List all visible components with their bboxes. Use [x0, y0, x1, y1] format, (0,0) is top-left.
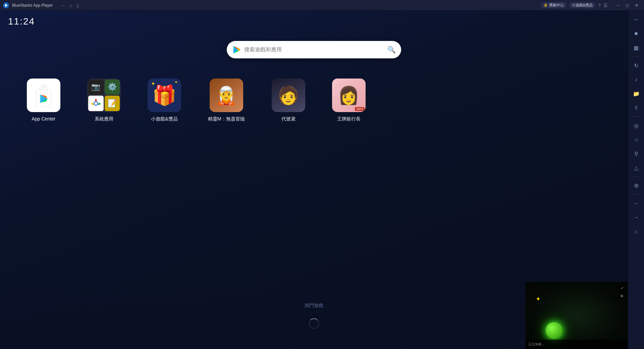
sidebar-sep-3 — [632, 177, 640, 177]
sparkle-1: ✦ — [151, 81, 155, 87]
restore-button[interactable]: ◻ — [623, 2, 632, 9]
banker-emoji: 👩 — [338, 85, 360, 106]
sidebar-search-icon[interactable]: ⚲ — [630, 148, 642, 160]
sidebar-volume-icon[interactable]: ♪ — [630, 73, 642, 86]
bottom-gradient — [0, 282, 526, 349]
loading-spinner — [309, 318, 319, 329]
sidebar-gamepad-icon[interactable]: △ — [630, 162, 642, 174]
sidebar-forward-icon[interactable]: → — [630, 211, 642, 223]
app-item-spirit[interactable]: 🧝 精靈M：無盡冒險 — [208, 79, 245, 122]
minimize-button[interactable]: – — [613, 2, 623, 9]
camera-cell: 📷 — [88, 80, 104, 95]
codename-label: 代號鳶 — [281, 116, 296, 122]
sidebar-resize-icon[interactable]: ↔ — [630, 13, 642, 26]
search-input[interactable] — [244, 47, 384, 53]
spirit-icon: 🧝 — [210, 79, 243, 112]
sidebar-folder-icon[interactable]: 📁 — [630, 88, 642, 100]
mini-preview-controls: ⤢ ⚙ — [619, 285, 625, 299]
sidebar-home-icon[interactable]: ■ — [630, 28, 642, 40]
sidebar-settings-icon[interactable]: ⚙ — [630, 180, 642, 192]
app-center-label: App Center — [32, 116, 56, 121]
sparkle-2: ✦ — [174, 80, 178, 85]
crown-icon: ♛ — [544, 3, 548, 8]
app-center-icon — [27, 79, 60, 112]
search-submit-icon[interactable]: 🔍 — [387, 46, 396, 54]
sidebar-upload-icon[interactable]: ⇧ — [630, 102, 642, 114]
sidebar-camera-icon[interactable]: ◎ — [630, 119, 642, 132]
mini-expand-button[interactable]: ⤢ — [619, 285, 625, 291]
codename-emoji: 🧑 — [277, 85, 299, 106]
app-item-mini-games[interactable]: 🎁 ✦ ✦ 小遊戲&獎品 — [148, 79, 181, 122]
chrome-cell — [88, 96, 104, 111]
main-layout: 11:24 — [0, 11, 644, 349]
app-item-app-center[interactable]: App Center — [27, 79, 60, 121]
mini-games-icon: 🎁 ✦ ✦ — [148, 79, 181, 112]
reward-center-badge[interactable]: ♛ 獎勵中心 — [541, 2, 567, 8]
banker-label: 王牌銀行長 — [337, 116, 361, 122]
sidebar-layers-icon[interactable]: ▦ — [630, 42, 642, 54]
sidebar-sep-1 — [632, 56, 640, 57]
sidebar-android-home-icon[interactable]: ⌂ — [630, 226, 642, 238]
title-bar-nav: ← ⌂ ▯ — [61, 3, 79, 8]
reward-center-label: 獎勵中心 — [549, 3, 564, 8]
home-button[interactable]: ⌂ — [69, 3, 72, 8]
system-apps-icon: 📷 ⚙️ 📝 — [87, 79, 121, 112]
back-button[interactable]: ← — [61, 3, 65, 8]
system-apps-label: 系統應用 — [95, 116, 113, 122]
mini-bottom-text: 正在加載... — [528, 342, 544, 347]
search-area: 🔍 — [0, 41, 628, 58]
bluestacks-logo — [3, 2, 9, 9]
banker-icon: 👩 GIFT — [332, 79, 366, 112]
app-item-system[interactable]: 📷 ⚙️ 📝 — [87, 79, 121, 122]
window-controls: – ◻ ✕ — [613, 2, 641, 9]
right-sidebar: ↔ ■ ▦ ↻ ♪ 📁 ⇧ ◎ ☆ ⚲ △ ⚙ ← → ⌂ — [628, 11, 644, 349]
content-area: 11:24 — [0, 11, 628, 349]
sidebar-refresh-icon[interactable]: ↻ — [630, 59, 642, 71]
title-bar-right: ♛ 獎勵中心 小遊戲&獎品 ? ☰ – ◻ ✕ — [541, 2, 641, 9]
mini-star: ✦ — [536, 295, 541, 303]
help-icon[interactable]: ? — [598, 3, 601, 8]
svg-point-10 — [95, 102, 97, 105]
app-item-codename[interactable]: 🧑 代號鳶 — [272, 79, 305, 122]
search-bar[interactable]: 🔍 — [227, 41, 401, 58]
codename-icon: 🧑 — [272, 79, 305, 112]
banker-badge: GIFT — [355, 107, 365, 111]
mini-orb — [546, 322, 562, 339]
app-title: BlueStacks App Player — [12, 3, 53, 8]
spirit-emoji: 🧝 — [215, 85, 237, 106]
app-grid: App Center 📷 ⚙️ — [0, 65, 628, 122]
hot-games-label: 熱門遊戲 — [305, 303, 323, 309]
current-game-badge[interactable]: 小遊戲&獎品 — [569, 2, 595, 8]
sidebar-sep-4 — [632, 194, 640, 195]
mini-game-preview[interactable]: ⤢ ⚙ ✦ 正在加載... — [526, 282, 628, 349]
gift-emoji: 🎁 — [152, 84, 176, 107]
clock: 11:24 — [8, 16, 35, 27]
spirit-label: 精靈M：無盡冒險 — [208, 116, 245, 122]
sidebar-back-icon[interactable]: ← — [630, 197, 642, 209]
mini-games-label: 小遊戲&獎品 — [151, 116, 177, 122]
menu-icon[interactable]: ☰ — [603, 3, 608, 8]
google-play-icon — [232, 45, 241, 54]
title-bar-left: BlueStacks App Player ← ⌂ ▯ — [3, 2, 79, 9]
sidebar-star-icon[interactable]: ☆ — [630, 134, 642, 146]
sidebar-sep-2 — [632, 116, 640, 117]
title-bar: BlueStacks App Player ← ⌂ ▯ ♛ 獎勵中心 小遊戲&獎… — [0, 0, 644, 11]
mini-bottom-bar: 正在加載... — [526, 340, 628, 349]
settings-cell: ⚙️ — [105, 80, 120, 95]
mini-preview-inner: ⤢ ⚙ ✦ 正在加載... — [526, 282, 628, 349]
copy-button[interactable]: ▯ — [76, 3, 79, 8]
mini-settings-button[interactable]: ⚙ — [619, 293, 625, 299]
notes-cell: 📝 — [105, 96, 120, 111]
close-button[interactable]: ✕ — [632, 2, 641, 9]
current-game-label: 小遊戲&獎品 — [572, 3, 593, 8]
app-item-banker[interactable]: 👩 GIFT 王牌銀行長 — [332, 79, 366, 122]
